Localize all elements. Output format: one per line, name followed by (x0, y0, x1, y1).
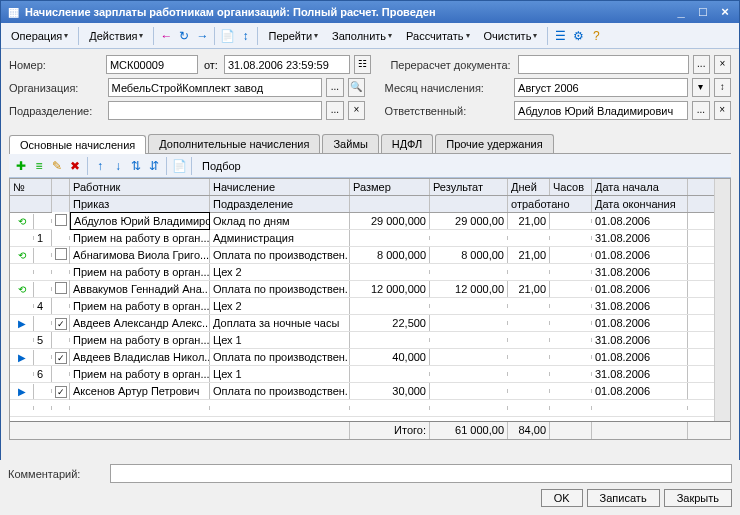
recalc-input[interactable] (518, 55, 689, 74)
resp-input[interactable] (514, 101, 688, 120)
recalc-clear-button[interactable]: × (714, 55, 731, 74)
goto-menu[interactable]: Перейти▾ (262, 28, 324, 44)
tab-other[interactable]: Прочие удержания (435, 134, 553, 153)
grid-toolbar: ✚ ≡ ✎ ✖ ↑ ↓ ⇅ ⇵ 📄 Подбор (9, 154, 731, 178)
settings-icon[interactable]: ⚙ (570, 28, 586, 44)
forward-icon[interactable]: → (194, 28, 210, 44)
app-icon: ▦ (5, 4, 21, 20)
dept-label: Подразделение: (9, 105, 104, 117)
month-spinner-button[interactable]: ↕ (714, 78, 731, 97)
edit-row-icon[interactable]: ✎ (49, 158, 65, 174)
ok-button[interactable]: OK (541, 489, 583, 507)
calc-menu[interactable]: Рассчитать▾ (400, 28, 475, 44)
org-label: Организация: (9, 82, 104, 94)
table-row[interactable]: ▶✓Авдеев Владислав Никол...Оплата по про… (10, 349, 730, 366)
vertical-scrollbar[interactable] (714, 179, 730, 421)
doc-icon[interactable]: 📄 (219, 28, 235, 44)
tab-loans[interactable]: Займы (322, 134, 378, 153)
date-picker-button[interactable]: ☷ (354, 55, 371, 74)
from-label: от: (204, 59, 218, 71)
refresh-icon[interactable]: ↻ (176, 28, 192, 44)
list-icon[interactable]: ☰ (552, 28, 568, 44)
doc2-icon[interactable]: 📄 (171, 158, 187, 174)
insert-row-icon[interactable]: ≡ (31, 158, 47, 174)
dept-input[interactable] (108, 101, 323, 120)
footer: Комментарий: OK Записать Закрыть (0, 460, 740, 515)
table-subrow[interactable]: 4Прием на работу в орган...Цех 231.08.20… (10, 298, 730, 315)
main-toolbar: Операция▾ Действия▾ ← ↻ → 📄 ↕ Перейти▾ З… (1, 23, 739, 49)
col-accrual[interactable]: Начисление (210, 179, 350, 195)
actions-menu[interactable]: Действия▾ (83, 28, 149, 44)
col-worked[interactable]: отработано (508, 196, 592, 212)
maximize-button[interactable]: □ (693, 4, 713, 20)
col-dstart[interactable]: Дата начала (592, 179, 688, 195)
month-label: Месяц начисления: (385, 82, 510, 94)
move-down-icon[interactable]: ↓ (110, 158, 126, 174)
table-subrow[interactable]: 6Прием на работу в орган...Цех 131.08.20… (10, 366, 730, 383)
back-icon[interactable]: ← (158, 28, 174, 44)
dept-select-button[interactable]: ... (326, 101, 343, 120)
col-hours[interactable]: Часов (550, 179, 592, 195)
fill-menu[interactable]: Заполнить▾ (326, 28, 398, 44)
table-row[interactable]: ⟲Абнагимова Виола Григо...Оплата по прои… (10, 247, 730, 264)
number-input[interactable] (106, 55, 198, 74)
move-icon[interactable]: ↕ (237, 28, 253, 44)
close-form-button[interactable]: Закрыть (664, 489, 732, 507)
table-subrow[interactable] (10, 400, 730, 417)
window-title: Начисление зарплаты работникам организац… (21, 6, 669, 18)
table-row[interactable]: ⟲Абдулов Юрий Владимиро...Оклад по дням2… (10, 213, 730, 230)
month-input[interactable] (514, 78, 688, 97)
col-n[interactable]: № (10, 179, 52, 195)
table-subrow[interactable]: Прием на работу в орган...Цех 231.08.200… (10, 264, 730, 281)
table-row[interactable]: ▶✓Аксенов Артур ПетровичОплата по произв… (10, 383, 730, 400)
col-order[interactable]: Приказ (70, 196, 210, 212)
podbor-button[interactable]: Подбор (196, 158, 247, 174)
save-button[interactable]: Записать (587, 489, 660, 507)
sort-desc-icon[interactable]: ⇵ (146, 158, 162, 174)
col-days[interactable]: Дней (508, 179, 550, 195)
totals-days: 84,00 (508, 422, 550, 439)
org-open-button[interactable]: 🔍 (348, 78, 365, 97)
comment-input[interactable] (110, 464, 732, 483)
app-window: ▦ Начисление зарплаты работникам организ… (0, 0, 740, 515)
table-row[interactable]: ⟲Аввакумов Геннадий Ана...Оплата по прои… (10, 281, 730, 298)
col-dend[interactable]: Дата окончания (592, 196, 688, 212)
operation-menu[interactable]: Операция▾ (5, 28, 74, 44)
grid-header-row2: Приказ Подразделение отработано Дата око… (10, 196, 730, 213)
org-input[interactable] (108, 78, 323, 97)
sort-asc-icon[interactable]: ⇅ (128, 158, 144, 174)
delete-row-icon[interactable]: ✖ (67, 158, 83, 174)
date-input[interactable] (224, 55, 350, 74)
totals-row: Итого: 61 000,00 84,00 (10, 421, 730, 439)
move-up-icon[interactable]: ↑ (92, 158, 108, 174)
resp-select-button[interactable]: ... (692, 101, 709, 120)
org-select-button[interactable]: ... (326, 78, 343, 97)
col-size[interactable]: Размер (350, 179, 430, 195)
table-row[interactable]: ▶✓Авдеев Александр Алекс...Доплата за но… (10, 315, 730, 332)
minimize-button[interactable]: _ (671, 4, 691, 20)
col-result[interactable]: Результат (430, 179, 508, 195)
data-grid[interactable]: № Работник Начисление Размер Результат Д… (9, 178, 731, 440)
grid-body: ⟲Абдулов Юрий Владимиро...Оклад по дням2… (10, 213, 730, 417)
tabstrip: Основные начисления Дополнительные начис… (9, 134, 731, 154)
add-row-icon[interactable]: ✚ (13, 158, 29, 174)
recalc-select-button[interactable]: ... (693, 55, 710, 74)
resp-label: Ответственный: (385, 105, 510, 117)
tab-main-accruals[interactable]: Основные начисления (9, 135, 146, 154)
table-subrow[interactable]: 5Прием на работу в орган...Цех 131.08.20… (10, 332, 730, 349)
table-subrow[interactable]: 1Прием на работу в орган...Администрация… (10, 230, 730, 247)
tab-extra-accruals[interactable]: Дополнительные начисления (148, 134, 320, 153)
col-check[interactable] (52, 179, 70, 195)
close-button[interactable]: × (715, 4, 735, 20)
col-dept[interactable]: Подразделение (210, 196, 350, 212)
help-icon[interactable]: ? (588, 28, 604, 44)
number-label: Номер: (9, 59, 102, 71)
grid-header-row1: № Работник Начисление Размер Результат Д… (10, 179, 730, 196)
col-worker[interactable]: Работник (70, 179, 210, 195)
resp-clear-button[interactable]: × (714, 101, 731, 120)
month-dropdown-button[interactable]: ▾ (692, 78, 709, 97)
dept-clear-button[interactable]: × (348, 101, 365, 120)
clear-menu[interactable]: Очистить▾ (478, 28, 544, 44)
comment-label: Комментарий: (8, 468, 106, 480)
tab-ndfl[interactable]: НДФЛ (381, 134, 433, 153)
